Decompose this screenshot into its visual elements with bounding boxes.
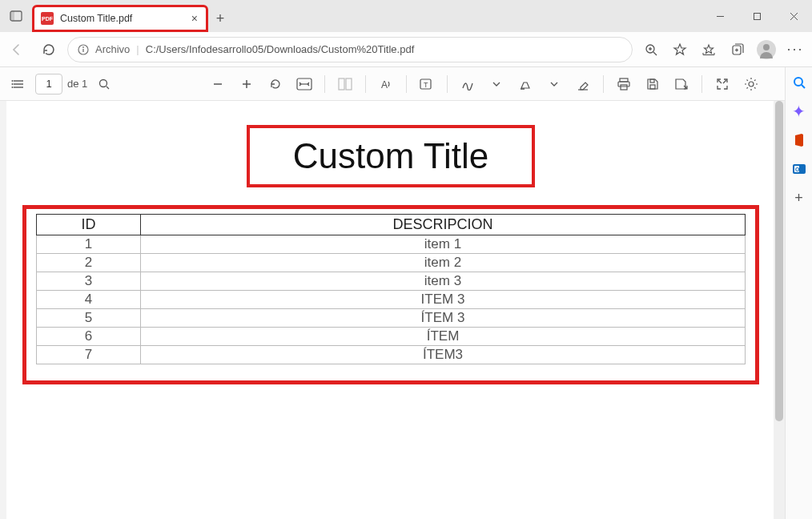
window-titlebar: PDF Custom Title.pdf × + [0, 0, 812, 32]
cell-desc: ÍTEM3 [141, 346, 746, 364]
cell-desc: item 2 [141, 254, 746, 272]
cell-id: 3 [37, 272, 141, 291]
table-row: 2item 2 [37, 254, 746, 272]
erase-icon[interactable] [571, 72, 595, 96]
column-header-desc: DESCRIPCION [141, 215, 746, 235]
zoom-in-icon[interactable] [235, 72, 259, 96]
favorite-icon[interactable] [666, 36, 693, 63]
document-title: Custom Title [259, 136, 522, 176]
contents-icon[interactable] [6, 72, 30, 96]
sidebar-search-icon[interactable] [790, 74, 808, 91]
svg-line-10 [653, 52, 657, 55]
page-view-icon[interactable] [333, 72, 357, 96]
tab-title: Custom Title.pdf [60, 13, 185, 24]
edge-sidebar: ✦ O + [785, 67, 812, 519]
print-icon[interactable] [612, 72, 636, 96]
svg-point-26 [12, 86, 14, 88]
tab-actions-icon[interactable] [0, 0, 32, 32]
table-row: 7ÍTEM3 [37, 346, 746, 364]
table-row: 4ITEM 3 [37, 291, 746, 309]
page-of-label: de 1 [67, 78, 87, 90]
cell-desc: ÍTEM [141, 328, 746, 346]
sidebar-copilot-icon[interactable]: ✦ [790, 103, 808, 120]
settings-gear-icon[interactable] [739, 72, 763, 96]
sidebar-outlook-icon[interactable]: O [790, 160, 808, 178]
svg-rect-42 [618, 82, 629, 86]
cell-desc: item 3 [141, 272, 746, 291]
cell-id: 6 [37, 328, 141, 346]
table-row: 1item 1 [37, 235, 746, 254]
url-path: C:/Users/Infodesarrollo05/Downloads/Cust… [146, 43, 415, 55]
svg-point-8 [82, 46, 84, 48]
draw-icon[interactable] [456, 72, 480, 96]
cell-desc: ITEM 3 [141, 291, 746, 309]
url-scheme-label: Archivo [95, 43, 130, 55]
svg-rect-1 [10, 11, 14, 21]
vertical-scrollbar[interactable] [774, 101, 785, 519]
pdf-toolbar: de 1 A T [0, 67, 812, 101]
svg-text:T: T [424, 81, 428, 89]
profile-avatar[interactable] [753, 36, 780, 63]
favorites-bar-icon[interactable] [695, 36, 722, 63]
svg-rect-45 [650, 79, 654, 82]
save-icon[interactable] [641, 72, 665, 96]
svg-line-48 [802, 85, 805, 88]
table-row: 6ÍTEM [37, 328, 746, 346]
zoom-out-icon[interactable] [206, 72, 230, 96]
scrollbar-thumb[interactable] [775, 101, 783, 421]
find-icon[interactable] [92, 72, 116, 96]
fit-page-icon[interactable] [292, 72, 316, 96]
svg-rect-43 [621, 85, 627, 90]
cell-desc: ÍTEM 3 [141, 309, 746, 328]
tab-close-icon[interactable]: × [191, 12, 198, 25]
save-as-icon[interactable] [669, 72, 693, 96]
info-icon [78, 44, 89, 55]
column-header-id: ID [37, 215, 141, 235]
svg-point-25 [12, 83, 14, 85]
svg-point-20 [763, 44, 770, 50]
svg-line-28 [107, 86, 109, 89]
sidebar-add-icon[interactable]: + [790, 189, 808, 207]
document-table-highlight: ID DESCRIPCION 1item 12item 23item 34ITE… [22, 205, 759, 384]
new-tab-button[interactable]: + [208, 5, 232, 32]
window-maximize-button[interactable] [738, 0, 775, 32]
window-close-button[interactable] [775, 0, 812, 32]
cell-id: 2 [37, 254, 141, 272]
read-aloud-icon[interactable]: A [374, 72, 398, 96]
nav-refresh-button[interactable] [35, 36, 62, 63]
cell-id: 5 [37, 309, 141, 328]
zoom-icon[interactable] [637, 36, 665, 63]
collections-icon[interactable] [724, 36, 751, 63]
chevron-down-icon[interactable] [542, 72, 566, 96]
rotate-icon[interactable] [263, 72, 287, 96]
pdf-page: Custom Title ID DESCRIPCION 1item 12item… [6, 101, 775, 519]
url-separator: | [136, 43, 139, 55]
cell-desc: item 1 [141, 235, 746, 254]
fullscreen-icon[interactable] [710, 72, 734, 96]
svg-point-46 [749, 82, 754, 86]
highlight-icon[interactable] [513, 72, 537, 96]
table-row: 3item 3 [37, 272, 746, 291]
table-row: 5ÍTEM 3 [37, 309, 746, 328]
data-table: ID DESCRIPCION 1item 12item 23item 34ITE… [36, 214, 746, 364]
add-text-icon[interactable]: T [415, 72, 439, 96]
sidebar-office-icon[interactable] [790, 131, 808, 149]
browser-tab[interactable]: PDF Custom Title.pdf × [32, 5, 208, 32]
window-minimize-button[interactable] [701, 0, 738, 32]
nav-back-button[interactable] [3, 36, 30, 63]
svg-text:A: A [381, 79, 388, 91]
more-menu-icon[interactable]: ··· [782, 36, 809, 63]
chevron-down-icon[interactable] [484, 72, 509, 96]
svg-text:O: O [795, 167, 800, 172]
svg-rect-44 [650, 85, 655, 89]
cell-id: 7 [37, 346, 141, 364]
cell-id: 4 [37, 291, 141, 309]
url-input[interactable]: Archivo | C:/Users/Infodesarrollo05/Down… [67, 37, 633, 62]
pdf-viewport[interactable]: Custom Title ID DESCRIPCION 1item 12item… [0, 101, 782, 519]
svg-point-24 [12, 80, 14, 82]
cell-id: 1 [37, 235, 141, 254]
document-title-highlight: Custom Title [247, 125, 535, 187]
svg-point-27 [100, 79, 107, 86]
page-number-input[interactable] [35, 74, 62, 95]
svg-point-47 [794, 78, 802, 86]
